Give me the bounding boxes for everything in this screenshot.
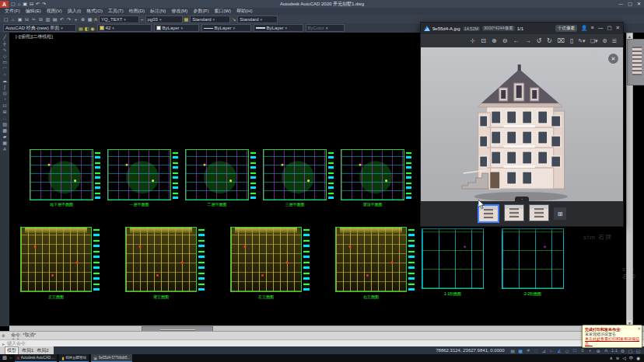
ellipse-tool-icon[interactable]: ◎ xyxy=(2,91,6,96)
infer-constraints-toggle[interactable]: ∷ xyxy=(534,348,539,353)
gradient-tool-icon[interactable]: ▩ xyxy=(2,128,7,133)
network-icon[interactable]: ≋ xyxy=(616,356,620,360)
open-file-icon[interactable]: ⌂ xyxy=(18,2,21,6)
settings-icon[interactable]: ⚙ xyxy=(602,38,607,44)
revcloud-tool-icon[interactable]: ☁ xyxy=(2,78,7,83)
window-minimize-icon[interactable]: — xyxy=(618,2,623,6)
lineweight-toggle[interactable]: ≡ xyxy=(580,348,586,353)
menu-item[interactable]: 文件(F) xyxy=(5,8,20,15)
hatch-tool-icon[interactable]: ▨ xyxy=(2,122,7,127)
ortho-toggle[interactable]: ∟ xyxy=(549,348,555,353)
region-tool-icon[interactable]: ▰ xyxy=(3,134,7,139)
line-tool-icon[interactable]: ╱ xyxy=(3,35,6,40)
next-image-icon[interactable]: → xyxy=(524,37,530,44)
cut-icon[interactable]: ✂ xyxy=(31,17,37,22)
gigapixel-button[interactable]: 十亿像素 xyxy=(555,25,577,32)
thumbnail-grid-button[interactable]: ⊞ xyxy=(554,207,566,220)
viewer-menu-icon[interactable]: ≡ xyxy=(591,26,594,31)
linetype-combo[interactable]: ByLayer▾ xyxy=(201,24,251,32)
tray-expand-icon[interactable]: ∧ xyxy=(610,356,613,360)
make-block-tool-icon[interactable]: ⊞ xyxy=(2,110,6,114)
viewer-minimize-icon[interactable]: — xyxy=(598,26,604,31)
notification-icon[interactable]: ◉ xyxy=(636,356,640,360)
layer-combo[interactable]: 42▾ xyxy=(97,24,152,32)
plot-icon[interactable]: ⊟ xyxy=(30,2,33,6)
autocad-logo-icon[interactable]: A xyxy=(0,1,9,8)
polyline-tool-icon[interactable]: ∿ xyxy=(2,47,6,52)
workspace-switching-icon[interactable]: ⚙ xyxy=(620,348,625,353)
insert-block-tool-icon[interactable]: ⊡ xyxy=(2,103,6,108)
edit-image-icon[interactable]: ✎▾ xyxy=(578,38,585,44)
fit-window-icon[interactable]: ⊡ xyxy=(481,37,486,44)
zoom-in-icon[interactable]: ⊕ xyxy=(492,37,497,44)
recent-commands-icon[interactable]: ⚙ xyxy=(2,333,5,338)
color-combo[interactable]: ByLayer▾ xyxy=(154,24,199,32)
viewer-maximize-icon[interactable]: ▢ xyxy=(607,26,611,31)
mobile-transfer-icon[interactable]: ▯ xyxy=(570,37,573,44)
rotate-right-icon[interactable]: ↻ xyxy=(547,37,552,44)
menu-item[interactable]: 标注(N) xyxy=(150,8,166,15)
save-icon[interactable]: ▣ xyxy=(23,2,27,6)
new-file-icon[interactable]: ▢ xyxy=(11,2,16,6)
volume-icon[interactable]: ◁ xyxy=(622,356,625,360)
redo-icon[interactable]: ↷ xyxy=(42,2,46,6)
balloon-details-link[interactable]: 单击此处查看打印和发布详细信息。 xyxy=(585,336,639,346)
open-icon[interactable]: ⌂ xyxy=(10,17,16,22)
osnap-toggle[interactable]: □ xyxy=(572,348,578,353)
properties-icon[interactable]: ▦ xyxy=(87,17,93,22)
text-style-combo[interactable]: YQ_TEXT▾ xyxy=(99,16,139,23)
isodraft-toggle[interactable]: ◇ xyxy=(565,348,570,353)
print-icon[interactable]: ⊟ xyxy=(24,17,30,22)
viewer-image-close-icon[interactable]: ✕ xyxy=(608,54,618,64)
rectangle-tool-icon[interactable]: ▭ xyxy=(2,60,7,64)
ime-indicator[interactable]: 中 xyxy=(629,356,634,361)
tab-layout2[interactable]: 布局2 xyxy=(37,347,48,354)
strip-collapse-icon[interactable]: ⌄ xyxy=(515,197,529,201)
previous-image-icon[interactable]: ← xyxy=(513,37,519,44)
mtext-tool-icon[interactable]: A xyxy=(3,147,6,151)
balloon-close-icon[interactable]: ✕ xyxy=(638,326,641,331)
circle-tool-icon[interactable]: ○ xyxy=(3,72,6,77)
model-space-toggle[interactable]: ▤ xyxy=(510,348,516,353)
clean-screen-toggle[interactable]: ◱ xyxy=(635,348,641,353)
menu-item[interactable]: 修改(M) xyxy=(171,8,187,15)
menu-item[interactable]: 插入(I) xyxy=(68,8,82,15)
window-close-icon[interactable]: ✕ xyxy=(637,2,641,6)
command-input[interactable]: ▸ 键入命令 xyxy=(0,339,644,346)
match-properties-icon[interactable]: ▤ xyxy=(52,17,58,22)
menu-item[interactable]: 参数(P) xyxy=(193,8,208,15)
start-button[interactable]: ⊞ xyxy=(2,355,7,361)
tab-model[interactable]: 模型 xyxy=(5,346,19,355)
polygon-tool-icon[interactable]: ◇ xyxy=(3,54,7,58)
thumbnail-2[interactable] xyxy=(504,204,524,221)
menu-item[interactable]: 帮助(H) xyxy=(236,8,252,15)
layer-isolate-icon[interactable]: ◉ xyxy=(90,26,94,31)
menu-item[interactable]: 窗口(W) xyxy=(214,8,231,15)
menu-item[interactable]: 视图(V) xyxy=(47,8,62,15)
vertical-scroll-thumb[interactable] xyxy=(627,39,644,85)
paste-icon[interactable]: ▥ xyxy=(45,17,51,22)
workspace-combo[interactable]: AutoCAD 经典-(new) 界面▾ xyxy=(3,24,76,32)
annotation-scale-value[interactable]: 1:1 xyxy=(611,348,618,353)
viewer-image-area[interactable]: ✕ ⌄ ⊞ xyxy=(421,47,623,226)
copy-icon[interactable]: ⧉ xyxy=(38,17,44,22)
annotation-visibility-toggle[interactable]: A xyxy=(604,348,609,353)
taskbar-item-autocad[interactable]: A Autodesk AutoCAD ... xyxy=(15,354,58,362)
layer-states-icon[interactable]: ◧ xyxy=(85,26,89,31)
taskbar-item-notes[interactable]: ▮ 我的别墅图纸 xyxy=(59,354,89,362)
dim-style-combo[interactable]: pg03▾ xyxy=(145,16,183,23)
viewport-controls-label[interactable]: [-][俯视][二维线框] xyxy=(16,33,53,40)
fullscreen-icon[interactable]: ⊹ xyxy=(471,37,476,44)
snap-toggle[interactable]: # xyxy=(526,348,531,353)
menu-item[interactable]: 工具(T) xyxy=(108,8,124,15)
taskbar-item-image-viewer[interactable]: ▣ 9e55d4-577b6db5... xyxy=(91,354,132,362)
more-tools-icon[interactable]: ☰ xyxy=(612,38,617,44)
menu-item[interactable]: 绘图(D) xyxy=(129,8,145,15)
ellipse-arc-tool-icon[interactable]: ◔ xyxy=(3,97,6,102)
arc-tool-icon[interactable]: ◠ xyxy=(2,66,6,71)
point-tool-icon[interactable]: ∴ xyxy=(3,116,6,120)
rotate-left-icon[interactable]: ↺ xyxy=(536,37,541,44)
layer-properties-icon[interactable]: ▤ xyxy=(79,26,83,31)
transparency-toggle[interactable]: ◐ xyxy=(588,348,593,353)
tab-layout1[interactable]: 布局1 xyxy=(22,347,33,354)
